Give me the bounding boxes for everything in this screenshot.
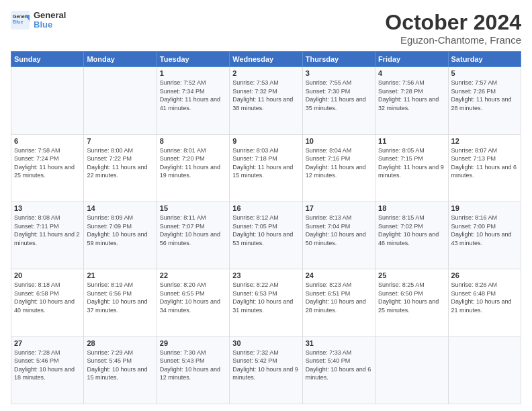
page-subtitle: Eguzon-Chantome, France (385, 34, 521, 46)
calendar-cell: 21Sunrise: 8:19 AM Sunset: 6:56 PM Dayli… (84, 269, 157, 336)
calendar-cell: 2Sunrise: 7:53 AM Sunset: 7:32 PM Daylig… (230, 67, 302, 134)
page: General Blue General Blue October 2024 E… (0, 0, 532, 411)
calendar-cell: 4Sunrise: 7:56 AM Sunset: 7:28 PM Daylig… (375, 67, 448, 134)
day-info: Sunrise: 8:15 AM Sunset: 7:02 PM Dayligh… (378, 214, 445, 247)
logo-text: General Blue (34, 11, 66, 30)
day-info: Sunrise: 8:16 AM Sunset: 7:00 PM Dayligh… (451, 214, 518, 247)
day-number: 1 (160, 69, 226, 77)
day-info: Sunrise: 8:11 AM Sunset: 7:07 PM Dayligh… (160, 214, 226, 247)
day-number: 2 (232, 69, 299, 77)
calendar-cell: 26Sunrise: 8:26 AM Sunset: 6:48 PM Dayli… (448, 269, 521, 336)
calendar-cell: 8Sunrise: 8:01 AM Sunset: 7:20 PM Daylig… (157, 134, 229, 201)
day-number: 6 (14, 137, 81, 145)
calendar-cell: 16Sunrise: 8:12 AM Sunset: 7:05 PM Dayli… (230, 201, 302, 269)
calendar-cell: 13Sunrise: 8:08 AM Sunset: 7:11 PM Dayli… (11, 201, 84, 269)
day-number: 29 (160, 339, 226, 347)
day-number: 7 (87, 137, 153, 145)
day-info: Sunrise: 8:25 AM Sunset: 6:50 PM Dayligh… (378, 281, 445, 314)
week-row-5: 27Sunrise: 7:28 AM Sunset: 5:46 PM Dayli… (11, 336, 521, 404)
calendar-cell (84, 67, 157, 134)
title-block: October 2024 Eguzon-Chantome, France (385, 11, 521, 46)
day-info: Sunrise: 8:01 AM Sunset: 7:20 PM Dayligh… (160, 146, 226, 180)
calendar-cell: 19Sunrise: 8:16 AM Sunset: 7:00 PM Dayli… (448, 201, 521, 269)
day-number: 14 (87, 204, 153, 212)
day-number: 26 (451, 271, 518, 279)
calendar-cell: 18Sunrise: 8:15 AM Sunset: 7:02 PM Dayli… (375, 201, 448, 269)
day-info: Sunrise: 7:28 AM Sunset: 5:46 PM Dayligh… (14, 349, 81, 382)
day-info: Sunrise: 7:33 AM Sunset: 5:40 PM Dayligh… (306, 349, 372, 382)
day-number: 30 (232, 339, 299, 347)
calendar-cell: 11Sunrise: 8:05 AM Sunset: 7:15 PM Dayli… (375, 134, 448, 201)
day-info: Sunrise: 7:56 AM Sunset: 7:28 PM Dayligh… (378, 79, 445, 112)
day-number: 25 (378, 271, 445, 279)
day-number: 13 (14, 204, 81, 212)
calendar-cell: 27Sunrise: 7:28 AM Sunset: 5:46 PM Dayli… (11, 336, 84, 404)
day-number: 21 (87, 271, 153, 279)
calendar-cell: 3Sunrise: 7:55 AM Sunset: 7:30 PM Daylig… (302, 67, 375, 134)
page-title: October 2024 (385, 11, 521, 34)
calendar-cell: 23Sunrise: 8:22 AM Sunset: 6:53 PM Dayli… (230, 269, 302, 336)
day-number: 11 (378, 137, 445, 145)
calendar-cell: 24Sunrise: 8:23 AM Sunset: 6:51 PM Dayli… (302, 269, 375, 336)
day-info: Sunrise: 8:23 AM Sunset: 6:51 PM Dayligh… (306, 281, 372, 314)
day-info: Sunrise: 8:12 AM Sunset: 7:05 PM Dayligh… (232, 214, 299, 247)
day-info: Sunrise: 7:32 AM Sunset: 5:42 PM Dayligh… (232, 349, 299, 382)
day-number: 27 (14, 339, 81, 347)
logo-blue: Blue (34, 20, 66, 30)
day-number: 19 (451, 204, 518, 212)
calendar-cell (375, 336, 448, 404)
day-number: 4 (378, 69, 445, 77)
logo: General Blue General Blue (11, 11, 66, 30)
day-info: Sunrise: 7:53 AM Sunset: 7:32 PM Dayligh… (232, 79, 299, 112)
col-header-tuesday: Tuesday (157, 52, 229, 67)
calendar-cell: 28Sunrise: 7:29 AM Sunset: 5:45 PM Dayli… (84, 336, 157, 404)
calendar-cell: 5Sunrise: 7:57 AM Sunset: 7:26 PM Daylig… (448, 67, 521, 134)
col-header-monday: Monday (84, 52, 157, 67)
day-info: Sunrise: 7:58 AM Sunset: 7:24 PM Dayligh… (14, 146, 81, 180)
col-header-saturday: Saturday (448, 52, 521, 67)
day-number: 24 (306, 271, 372, 279)
calendar-cell: 1Sunrise: 7:52 AM Sunset: 7:34 PM Daylig… (157, 67, 229, 134)
logo-general: General (34, 11, 66, 20)
day-info: Sunrise: 7:55 AM Sunset: 7:30 PM Dayligh… (306, 79, 372, 112)
day-info: Sunrise: 7:29 AM Sunset: 5:45 PM Dayligh… (87, 349, 153, 382)
day-info: Sunrise: 8:05 AM Sunset: 7:15 PM Dayligh… (378, 146, 445, 180)
day-number: 18 (378, 204, 445, 212)
day-number: 10 (306, 137, 372, 145)
calendar-cell: 29Sunrise: 7:30 AM Sunset: 5:43 PM Dayli… (157, 336, 229, 404)
day-number: 17 (306, 204, 372, 212)
day-info: Sunrise: 8:20 AM Sunset: 6:55 PM Dayligh… (160, 281, 226, 314)
calendar-table: SundayMondayTuesdayWednesdayThursdayFrid… (11, 51, 521, 404)
day-number: 15 (160, 204, 226, 212)
day-number: 16 (232, 204, 299, 212)
day-number: 9 (232, 137, 299, 145)
calendar-cell: 12Sunrise: 8:07 AM Sunset: 7:13 PM Dayli… (448, 134, 521, 201)
col-header-wednesday: Wednesday (230, 52, 302, 67)
calendar-cell: 22Sunrise: 8:20 AM Sunset: 6:55 PM Dayli… (157, 269, 229, 336)
day-info: Sunrise: 7:57 AM Sunset: 7:26 PM Dayligh… (451, 79, 518, 112)
calendar-cell: 14Sunrise: 8:09 AM Sunset: 7:09 PM Dayli… (84, 201, 157, 269)
calendar-cell: 31Sunrise: 7:33 AM Sunset: 5:40 PM Dayli… (302, 336, 375, 404)
day-number: 5 (451, 69, 518, 77)
day-number: 20 (14, 271, 81, 279)
week-row-2: 6Sunrise: 7:58 AM Sunset: 7:24 PM Daylig… (11, 134, 521, 201)
day-info: Sunrise: 8:18 AM Sunset: 6:58 PM Dayligh… (14, 281, 81, 314)
calendar-cell (448, 336, 521, 404)
day-info: Sunrise: 8:07 AM Sunset: 7:13 PM Dayligh… (451, 146, 518, 180)
week-row-1: 1Sunrise: 7:52 AM Sunset: 7:34 PM Daylig… (11, 67, 521, 134)
day-info: Sunrise: 7:30 AM Sunset: 5:43 PM Dayligh… (160, 349, 226, 382)
logo-icon: General Blue (11, 11, 30, 30)
day-number: 31 (306, 339, 372, 347)
col-header-sunday: Sunday (11, 52, 84, 67)
day-info: Sunrise: 7:52 AM Sunset: 7:34 PM Dayligh… (160, 79, 226, 112)
calendar-cell: 20Sunrise: 8:18 AM Sunset: 6:58 PM Dayli… (11, 269, 84, 336)
week-row-3: 13Sunrise: 8:08 AM Sunset: 7:11 PM Dayli… (11, 201, 521, 269)
day-info: Sunrise: 8:08 AM Sunset: 7:11 PM Dayligh… (14, 214, 81, 247)
svg-text:Blue: Blue (13, 20, 23, 25)
calendar-cell: 10Sunrise: 8:04 AM Sunset: 7:16 PM Dayli… (302, 134, 375, 201)
day-number: 3 (306, 69, 372, 77)
day-info: Sunrise: 8:13 AM Sunset: 7:04 PM Dayligh… (306, 214, 372, 247)
day-number: 23 (232, 271, 299, 279)
col-header-friday: Friday (375, 52, 448, 67)
day-info: Sunrise: 8:26 AM Sunset: 6:48 PM Dayligh… (451, 281, 518, 314)
